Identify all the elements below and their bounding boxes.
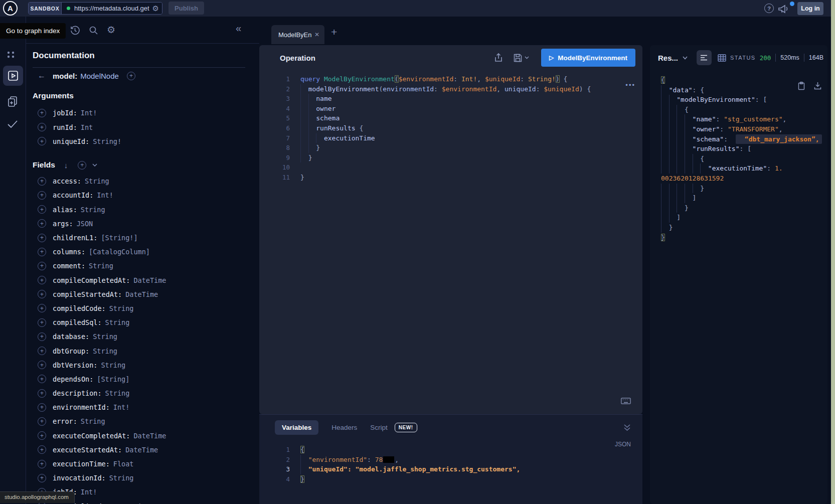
add-field-icon[interactable]: +	[38, 109, 46, 117]
sidebar-item-schema[interactable]	[7, 95, 19, 107]
collapse-panel-icon[interactable]: «	[236, 23, 241, 34]
add-field-icon[interactable]: +	[38, 417, 46, 426]
add-field-icon[interactable]: +	[38, 234, 46, 242]
doc-field-row[interactable]: +uniqueId:String!	[26, 134, 259, 148]
add-field-icon[interactable]: +	[38, 431, 46, 440]
code-line: }	[661, 233, 827, 243]
sidebar-item-explorer[interactable]	[3, 66, 23, 86]
doc-field-row[interactable]: +childrenL1:[String!]	[26, 231, 259, 245]
add-field-icon[interactable]: +	[38, 290, 46, 298]
doc-field-row[interactable]: +runId:Int	[26, 120, 259, 134]
operation-tab[interactable]: ModelByEnvi... ✕	[271, 25, 324, 44]
doc-field-row[interactable]: +dbtVersion:String	[26, 358, 259, 372]
connection-settings-gear-icon[interactable]: ⚙	[152, 5, 159, 12]
add-field-icon[interactable]: +	[38, 445, 46, 454]
history-icon[interactable]	[70, 26, 80, 35]
doc-field-row[interactable]: +executionTime:Float	[26, 457, 259, 471]
login-button[interactable]: Log in	[797, 2, 823, 15]
field-name: database:	[53, 332, 89, 341]
variables-code[interactable]: {"environmentId": 78,"uniqueId": "model.…	[300, 445, 520, 484]
tab-script[interactable]: Script	[370, 424, 388, 431]
doc-field-row[interactable]: +alias:String	[26, 203, 259, 217]
variables-editor[interactable]: 1234 {"environmentId": 78,"uniqueId": "m…	[259, 440, 642, 484]
add-field-icon[interactable]: +	[38, 137, 46, 145]
new-tab-button[interactable]: +	[331, 26, 337, 38]
doc-field-row[interactable]: +compiledCode:String	[26, 301, 259, 315]
doc-field-row[interactable]: +access:String	[26, 174, 259, 188]
announcements-icon[interactable]	[778, 4, 790, 14]
doc-field-row[interactable]: +dbtGroup:String	[26, 344, 259, 358]
doc-field-row[interactable]: +database:String	[26, 329, 259, 344]
doc-field-row[interactable]: +comment:String	[26, 259, 259, 273]
tab-variables[interactable]: Variables	[275, 420, 318, 435]
graph-index-icon[interactable]	[6, 51, 16, 59]
response-chevron-icon[interactable]	[683, 56, 688, 60]
doc-field-row[interactable]: +dependsOn:[String]	[26, 372, 259, 386]
add-field-icon[interactable]: +	[38, 262, 46, 270]
add-field-icon[interactable]: +	[38, 347, 46, 355]
add-field-icon[interactable]: +	[38, 123, 46, 131]
add-field-icon[interactable]: +	[38, 248, 46, 256]
add-field-icon[interactable]: +	[38, 177, 46, 186]
doc-field-row[interactable]: +accountId:Int!	[26, 188, 259, 202]
doc-field-row[interactable]: +invocationId:String	[26, 471, 259, 485]
doc-field-row[interactable]: +compileCompletedAt:DateTime	[26, 273, 259, 287]
add-field-icon[interactable]: +	[38, 219, 46, 228]
sort-fields-icon[interactable]: ↓	[64, 161, 68, 170]
doc-field-row[interactable]: +error:String	[26, 414, 259, 428]
add-field-icon[interactable]: +	[38, 403, 46, 412]
add-field-icon[interactable]: +	[38, 276, 46, 284]
collapse-variables-icon[interactable]	[623, 424, 631, 432]
add-field-icon[interactable]: +	[38, 375, 46, 383]
add-field-icon[interactable]: +	[38, 191, 46, 200]
close-tab-icon[interactable]: ✕	[314, 31, 319, 38]
copy-response-icon[interactable]	[798, 82, 805, 90]
back-arrow-icon[interactable]: ←	[38, 71, 45, 80]
publish-button[interactable]: Publish	[169, 2, 204, 15]
save-options-chevron-icon[interactable]	[525, 56, 529, 59]
operation-options-icon[interactable]: •••	[625, 81, 635, 89]
doc-field-row[interactable]: +executeCompletedAt:DateTime	[26, 429, 259, 443]
run-operation-button[interactable]: ▷ ModelByEnvironment	[541, 49, 635, 67]
share-operation-icon[interactable]	[494, 53, 503, 62]
doc-field-row[interactable]: +environmentId:Int!	[26, 400, 259, 414]
add-model-icon[interactable]: +	[127, 72, 135, 80]
response-title[interactable]: Res...	[658, 54, 678, 62]
add-field-icon[interactable]: +	[38, 205, 46, 214]
save-operation-icon[interactable]	[514, 54, 529, 62]
query-code[interactable]: query ModelByEnvironment($environmentId:…	[300, 74, 591, 183]
add-field-icon[interactable]: +	[38, 304, 46, 312]
tab-headers[interactable]: Headers	[331, 424, 357, 431]
sidebar-item-checks[interactable]	[7, 119, 19, 129]
code-line: }	[300, 474, 520, 484]
search-icon[interactable]	[89, 26, 98, 35]
code-line: {	[661, 105, 827, 115]
code-line: modelByEnvironment(environmentId: $envir…	[300, 84, 591, 94]
add-field-icon[interactable]: +	[38, 332, 46, 341]
add-field-icon[interactable]: +	[38, 361, 46, 369]
doc-field-row[interactable]: +compiledSql:String	[26, 315, 259, 329]
settings-gear-icon[interactable]: ⚙	[107, 24, 115, 36]
apollo-logo-icon[interactable]: A	[3, 1, 18, 16]
model-type-link[interactable]: ModelNode	[80, 72, 119, 80]
download-response-icon[interactable]	[814, 82, 821, 90]
view-tree-toggle[interactable]	[697, 50, 712, 65]
add-field-icon[interactable]: +	[38, 474, 46, 482]
doc-field-row[interactable]: +columns:[CatalogColumn]	[26, 245, 259, 259]
endpoint-url[interactable]: https://metadata.cloud.get	[74, 5, 150, 12]
keyboard-shortcuts-icon[interactable]	[621, 398, 631, 404]
help-icon[interactable]: ?	[764, 4, 774, 13]
chevron-down-icon[interactable]	[92, 163, 97, 166]
add-field-icon[interactable]: +	[38, 460, 46, 468]
doc-field-row[interactable]: +compileStartedAt:DateTime	[26, 287, 259, 301]
view-table-toggle[interactable]	[718, 54, 726, 62]
add-all-fields-icon[interactable]: +	[78, 161, 86, 170]
doc-field-row[interactable]: +args:JSON	[26, 217, 259, 231]
endpoint-url-field[interactable]: https://metadata.cloud.get ⚙	[62, 3, 162, 14]
doc-field-row[interactable]: +description:String	[26, 386, 259, 400]
add-field-icon[interactable]: +	[38, 389, 46, 398]
doc-field-row[interactable]: +executeStartedAt:DateTime	[26, 443, 259, 457]
doc-field-row[interactable]: +jobId:Int!	[26, 106, 259, 120]
query-editor[interactable]: 1234567891011 query ModelByEnvironment($…	[259, 70, 642, 183]
add-field-icon[interactable]: +	[38, 318, 46, 327]
